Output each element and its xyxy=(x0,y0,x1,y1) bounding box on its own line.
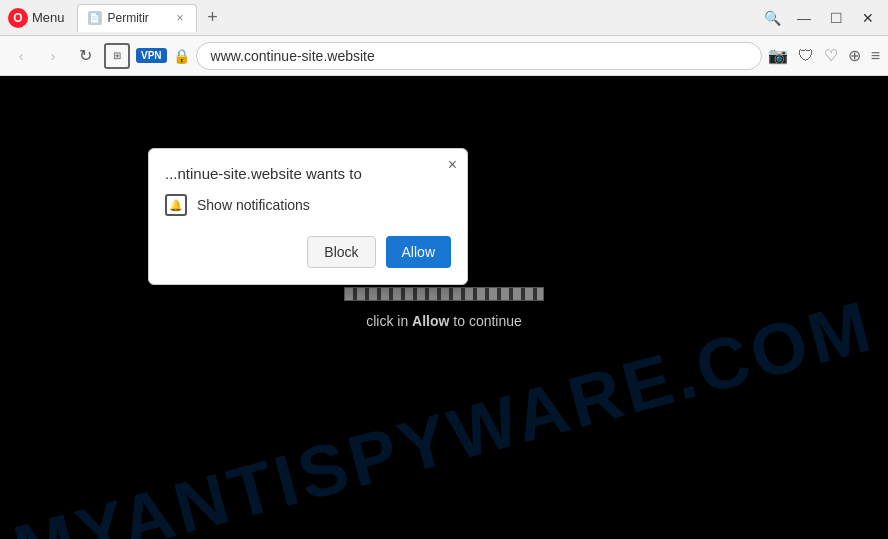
page-content: MYANTISPYWARE.COM click in Allow to cont… xyxy=(0,76,888,539)
heart-icon[interactable]: ♡ xyxy=(824,46,838,65)
browser-menu-icon[interactable]: ≡ xyxy=(871,47,880,65)
camera-icon[interactable]: 📷 xyxy=(768,46,788,65)
browser-frame: Menu 📄 Permitir × + 🔍 — ☐ ✕ ‹ › ↻ ⊞ VPN … xyxy=(0,0,888,539)
minimize-button[interactable]: — xyxy=(792,6,816,30)
tab-overview-button[interactable]: ⊞ xyxy=(104,43,130,69)
popup-close-button[interactable]: × xyxy=(448,157,457,173)
url-field[interactable]: www.continue-site.website xyxy=(196,42,762,70)
maximize-button[interactable]: ☐ xyxy=(824,6,848,30)
extensions-icon[interactable]: ⊕ xyxy=(848,46,861,65)
address-actions: 📷 🛡 ♡ ⊕ ≡ xyxy=(768,46,880,65)
title-bar: Menu 📄 Permitir × + 🔍 — ☐ ✕ xyxy=(0,0,888,36)
loading-suffix: to continue xyxy=(449,313,521,329)
address-bar: ‹ › ↻ ⊞ VPN 🔒 www.continue-site.website … xyxy=(0,36,888,76)
refresh-button[interactable]: ↻ xyxy=(72,43,98,69)
shield-icon[interactable]: 🛡 xyxy=(798,47,814,65)
loading-text: click in Allow to continue xyxy=(366,313,522,329)
allow-button[interactable]: Allow xyxy=(386,236,451,268)
forward-button[interactable]: › xyxy=(40,43,66,69)
back-button[interactable]: ‹ xyxy=(8,43,34,69)
tab-label: Permitir xyxy=(108,11,149,25)
search-window-button[interactable]: 🔍 xyxy=(760,6,784,30)
loading-allow-word: Allow xyxy=(412,313,449,329)
tab-bar: 📄 Permitir × + xyxy=(77,4,756,32)
url-prefix: www. xyxy=(211,48,244,64)
block-button[interactable]: Block xyxy=(307,236,375,268)
popup-permission: 🔔 Show notifications xyxy=(165,194,451,216)
window-controls: 🔍 — ☐ ✕ xyxy=(760,6,880,30)
notification-permission-icon: 🔔 xyxy=(165,194,187,216)
url-text: www.continue-site.website xyxy=(211,48,375,64)
menu-label[interactable]: Menu xyxy=(32,10,65,25)
active-tab[interactable]: 📄 Permitir × xyxy=(77,4,197,32)
vpn-badge[interactable]: VPN xyxy=(136,48,167,63)
tab-favicon-icon: 📄 xyxy=(88,11,102,25)
new-tab-button[interactable]: + xyxy=(201,6,225,30)
permission-label: Show notifications xyxy=(197,197,310,213)
loading-bar xyxy=(344,287,544,301)
loading-area: click in Allow to continue xyxy=(344,287,544,329)
lock-icon: 🔒 xyxy=(173,48,190,64)
popup-title: ...ntinue-site.website wants to xyxy=(165,165,451,182)
loading-prefix: click in xyxy=(366,313,412,329)
tab-close-button[interactable]: × xyxy=(175,11,186,25)
notification-popup: × ...ntinue-site.website wants to 🔔 Show… xyxy=(148,148,468,285)
opera-logo-icon xyxy=(8,8,28,28)
close-button[interactable]: ✕ xyxy=(856,6,880,30)
url-domain: continue-site.website xyxy=(244,48,375,64)
popup-buttons: Block Allow xyxy=(165,236,451,268)
